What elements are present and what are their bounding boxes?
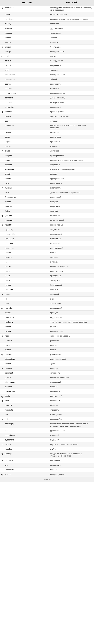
table-row: avariceалчность — [0, 40, 94, 45]
table-row: Ppanaceaпанацея — [0, 366, 94, 371]
table-row: rifeизобилующий — [0, 412, 94, 417]
russian-translation: питать отвращение — [49, 12, 94, 17]
table-row: Iimpeccableбезупречный — [0, 232, 94, 236]
letter-column — [0, 227, 4, 232]
english-word: avarice — [4, 40, 49, 44]
russian-translation: причудливый — [49, 394, 94, 398]
russian-translation: высмеивать — [49, 135, 94, 139]
russian-translation: провал, фиаско — [49, 110, 94, 114]
table-row: Ggluttonyобжорство — [0, 213, 94, 218]
table-row: predilectionсклонность — [0, 389, 94, 394]
english-word: inveterate — [4, 288, 49, 292]
english-word: cajole — [4, 54, 49, 58]
english-word: erudite — [4, 176, 49, 181]
english-word: disown — [4, 144, 49, 148]
table-row: clandestineтайный — [0, 77, 94, 82]
table-row: obsequiousподобострастный — [0, 357, 94, 362]
russian-translation: ликующий — [49, 292, 94, 296]
letter-column — [0, 17, 4, 22]
russian-translation: излишний — [49, 433, 94, 438]
english-word: elated — [4, 148, 49, 153]
letter-column — [0, 362, 4, 366]
table-row: complacencyсамодовольство — [0, 91, 94, 96]
english-word: confidant — [4, 96, 49, 100]
russian-translation: отрекаться — [49, 144, 94, 148]
letter-column: C — [0, 54, 4, 58]
table-row: plethoraизобилие — [0, 384, 94, 389]
letter-column — [0, 264, 4, 269]
english-word: acquiesce — [4, 17, 49, 22]
english-word: chide — [4, 68, 49, 72]
header-english-label: ENGLISH — [4, 2, 49, 4]
letter-column — [0, 218, 4, 222]
russian-translation: льстить — [49, 54, 94, 58]
letter-column — [0, 167, 4, 172]
russian-translation: тайный — [49, 36, 94, 40]
letter-column — [0, 77, 4, 82]
russian-translation: колкий — [49, 250, 94, 255]
english-word: fractious — [4, 204, 49, 208]
russian-translation: врожденный — [49, 274, 94, 278]
english-word: vociferous — [4, 468, 49, 472]
table-row: alacrityготовность — [0, 22, 94, 26]
letter-column — [0, 72, 4, 77]
russian-translation: условный — [49, 338, 94, 343]
letter-column — [0, 36, 4, 40]
letter-column — [0, 371, 4, 375]
letter-column — [0, 301, 4, 306]
russian-translation: внимательное чтение — [49, 375, 94, 380]
english-word: morose — [4, 324, 49, 329]
table-row: repudiateотвергать — [0, 408, 94, 412]
letter-column — [0, 343, 4, 347]
english-word: lurid — [4, 301, 49, 306]
russian-translation: покорность; уступать; молчаливо соглашат… — [49, 17, 94, 22]
english-word: incisive — [4, 250, 49, 255]
table-row: sycophantподхалим — [0, 438, 94, 442]
english-word: eloquent — [4, 153, 49, 158]
letter-column — [0, 255, 4, 260]
russian-translation: новичок — [49, 343, 94, 347]
table-row: noviceновичок — [0, 343, 94, 348]
letter-column: J — [0, 292, 4, 296]
russian-translation: тупой — [49, 362, 94, 366]
english-word: infamy — [4, 264, 49, 269]
letter-column — [0, 380, 4, 384]
letter-column — [0, 105, 4, 109]
letter-column — [0, 384, 4, 389]
english-word: coerce — [4, 82, 49, 86]
english-word: rife — [4, 412, 49, 417]
table-row: appeaseуспокаивать — [0, 31, 94, 36]
table-row: superfluousизлишний — [0, 433, 94, 438]
english-word: callous — [4, 58, 49, 63]
english-word: penchant — [4, 371, 49, 375]
table-row: arcaneтайный — [0, 36, 94, 40]
letter-column — [0, 241, 4, 246]
letter-column — [0, 209, 4, 213]
russian-translation: присвоить или растратить имущество — [49, 158, 94, 162]
english-word: implacable — [4, 236, 49, 241]
table-row: refurbishобновлять — [0, 403, 94, 408]
letter-column — [0, 158, 4, 162]
russian-translation: бесчисленный — [49, 329, 94, 334]
letter-column: Q — [0, 394, 4, 398]
english-word: wanton — [4, 472, 49, 476]
english-word: gluttony — [4, 213, 49, 218]
table-row: infamyбесчестое поведение — [0, 264, 94, 269]
letter-column — [0, 468, 4, 472]
table-row: circumspectосмотрительный — [0, 72, 94, 77]
russian-translation: ликующий — [49, 148, 94, 153]
table-row: indolentленивый — [0, 255, 94, 260]
table-row: nominalусловный — [0, 338, 94, 343]
letter-column: H — [0, 222, 4, 227]
english-word: candor — [4, 63, 49, 68]
russian-translation: превозносить — [49, 181, 94, 186]
letter-column — [0, 114, 4, 118]
letter-column — [0, 428, 4, 433]
letter-column — [0, 348, 4, 352]
russian-translation: нахальный — [49, 241, 94, 246]
letter-column — [0, 31, 4, 35]
russian-translation: безвозмездный — [49, 218, 94, 222]
table-row: Rrashпоспешный — [0, 398, 94, 403]
russian-translation: рассеянный — [49, 352, 94, 356]
letter-column: U — [0, 452, 4, 458]
